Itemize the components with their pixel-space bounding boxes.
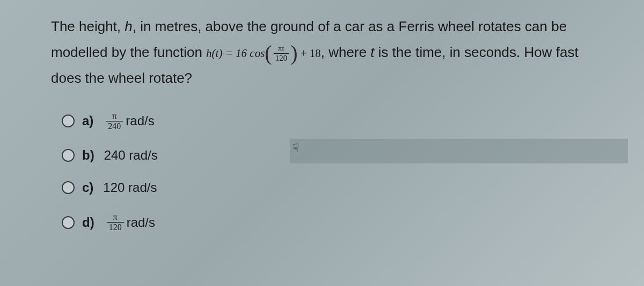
- radio-a[interactable]: [62, 115, 75, 127]
- radio-d[interactable]: [62, 216, 75, 229]
- option-d-den: 120: [107, 223, 124, 232]
- variable-h: h: [125, 18, 132, 34]
- right-paren: ): [290, 45, 297, 62]
- option-c[interactable]: c) 120 rad/s: [62, 180, 593, 195]
- option-d-unit: rad/s: [127, 215, 155, 230]
- cursor-icon: ☟: [292, 141, 299, 154]
- frac-denominator: 120: [274, 54, 289, 63]
- option-a[interactable]: a) π 240 rad/s: [62, 111, 593, 131]
- question-stem: The height, h, in metres, above the grou…: [51, 13, 593, 91]
- option-b-text: 240 rad/s: [104, 148, 158, 163]
- radio-c[interactable]: [62, 181, 75, 194]
- question-part3: , where: [321, 44, 371, 60]
- option-a-unit: rad/s: [126, 113, 154, 128]
- question-part1: The height,: [51, 18, 125, 34]
- options-list: a) π 240 rad/s b) 240 rad/s c) 120 rad/s…: [51, 111, 593, 232]
- option-d[interactable]: d) π 120 rad/s: [62, 212, 593, 232]
- option-a-fraction: π 240: [106, 111, 123, 131]
- option-d-num: π: [107, 212, 124, 223]
- frac-numerator: πt: [274, 44, 289, 54]
- option-c-text: 120 rad/s: [103, 180, 157, 195]
- option-d-label: d): [82, 215, 94, 230]
- option-a-den: 240: [106, 121, 123, 131]
- option-a-text: π 240 rad/s: [103, 111, 154, 131]
- left-paren: (: [265, 45, 272, 62]
- option-a-num: π: [106, 111, 123, 121]
- function-lhs: h(t) = 16 cos: [206, 47, 265, 60]
- option-a-label: a): [82, 113, 93, 128]
- option-d-text: π 120 rad/s: [104, 212, 155, 232]
- option-b[interactable]: b) 240 rad/s: [62, 148, 593, 163]
- inner-fraction: πt120: [274, 44, 289, 62]
- option-d-fraction: π 120: [107, 212, 124, 232]
- option-b-label: b): [82, 148, 94, 163]
- paren-group: (πt120): [265, 44, 297, 62]
- radio-b[interactable]: [62, 149, 75, 162]
- option-c-label: c): [82, 180, 93, 195]
- variable-t: t: [370, 44, 374, 60]
- function-rhs: + 18: [297, 47, 320, 60]
